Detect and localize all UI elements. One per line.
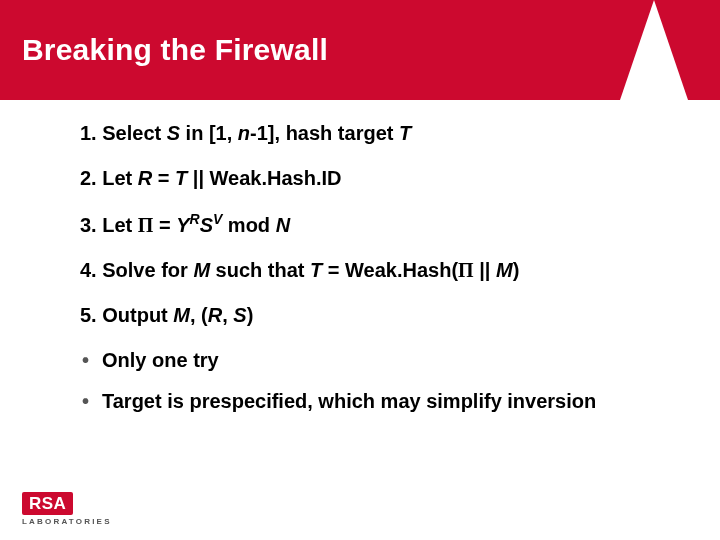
step-5-text: , <box>222 304 233 326</box>
step-3-mod: mod <box>222 214 275 236</box>
step-1-text: 1. Select <box>80 122 167 144</box>
step-3-N: N <box>276 214 290 236</box>
bullet-1-post: try <box>188 349 219 371</box>
step-5-R: R <box>208 304 222 326</box>
step-5-text: , ( <box>190 304 208 326</box>
step-5-M: M <box>173 304 190 326</box>
step-2-text: 2. Let <box>80 167 138 189</box>
step-1-text: -1], hash target <box>250 122 399 144</box>
step-5-S: S <box>233 304 246 326</box>
bullet-list: Only one try Target is prespecified, whi… <box>80 347 660 415</box>
rsa-logo-box: RSA <box>22 492 73 515</box>
step-3-Y: Y <box>176 214 189 236</box>
step-4-M2: M <box>496 259 513 281</box>
step-4-text: || <box>474 259 496 281</box>
rsa-logo-sub: LABORATORIES <box>22 517 112 526</box>
step-3-text: = <box>153 214 176 236</box>
step-3-sup-R: R <box>190 211 200 227</box>
step-5-text: 5. Output <box>80 304 173 326</box>
step-4-text: = Weak.Hash( <box>322 259 458 281</box>
step-2: 2. Let R = T || Weak.Hash.ID <box>80 165 660 192</box>
step-1-T: T <box>399 122 411 144</box>
step-5: 5. Output M, (R, S) <box>80 302 660 329</box>
step-4-M: M <box>193 259 210 281</box>
step-3-S: S <box>200 214 213 236</box>
step-3-Pi: Π <box>138 214 154 236</box>
step-4-Pi: Π <box>458 259 474 281</box>
step-4-text: 4. Solve for <box>80 259 193 281</box>
step-1-text: in [1, <box>180 122 238 144</box>
title-bar: Breaking the Firewall <box>0 0 720 100</box>
step-2-text: || Weak.Hash.ID <box>187 167 341 189</box>
rsa-logo: RSA LABORATORIES <box>22 492 112 526</box>
step-1-S: S <box>167 122 180 144</box>
bullet-1: Only one try <box>80 347 660 374</box>
content-area: 1. Select S in [1, n-1], hash target T 2… <box>80 120 660 429</box>
step-5-text: ) <box>247 304 254 326</box>
step-1-n: n <box>238 122 250 144</box>
title-wedge-decoration <box>620 0 688 100</box>
step-3: 3. Let Π = YRSV mod N <box>80 210 660 239</box>
step-3-sup-V: V <box>213 211 222 227</box>
step-4-T: T <box>310 259 322 281</box>
step-3-text: 3. Let <box>80 214 138 236</box>
slide-title: Breaking the Firewall <box>22 33 328 67</box>
bullet-2: Target is prespecified, which may simpli… <box>80 388 660 415</box>
step-4: 4. Solve for M such that T = Weak.Hash(Π… <box>80 257 660 284</box>
bullet-1-pre: Only <box>102 349 152 371</box>
bullet-2-text: Target is prespecified, which may simpli… <box>102 390 596 412</box>
step-1: 1. Select S in [1, n-1], hash target T <box>80 120 660 147</box>
bullet-1-one: one <box>152 349 188 371</box>
step-2-text: = <box>152 167 175 189</box>
slide: Breaking the Firewall 1. Select S in [1,… <box>0 0 720 540</box>
step-4-text: ) <box>513 259 520 281</box>
step-2-T: T <box>175 167 187 189</box>
step-4-text: such that <box>210 259 310 281</box>
step-2-R: R <box>138 167 152 189</box>
